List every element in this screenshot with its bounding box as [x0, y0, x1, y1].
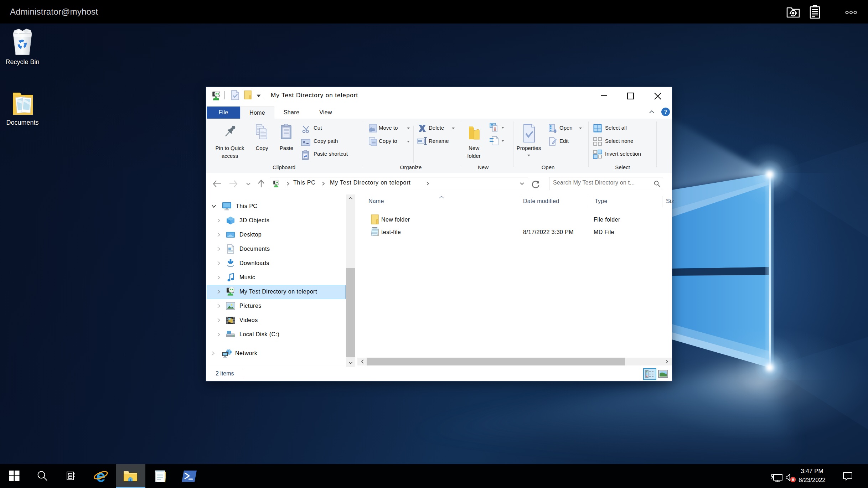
svg-text:?: ?: [664, 109, 667, 115]
